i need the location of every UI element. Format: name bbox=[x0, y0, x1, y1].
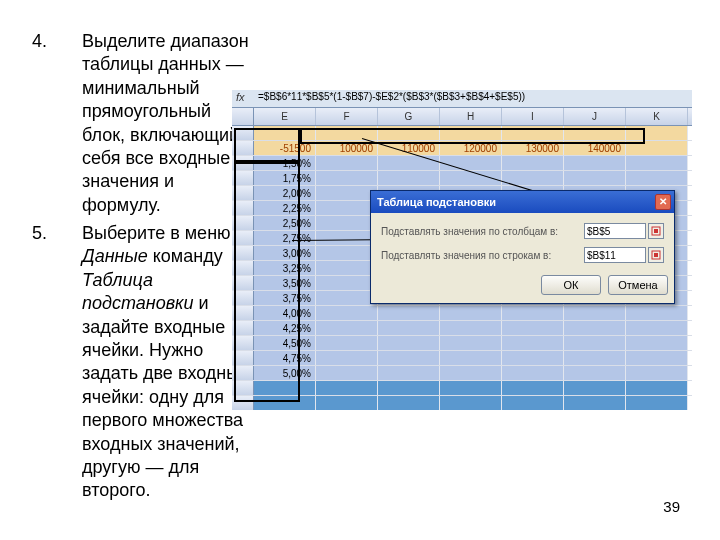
table-row: -51500100000110000120000130000140000 bbox=[232, 141, 692, 156]
cell: 110000 bbox=[378, 141, 440, 155]
close-icon[interactable]: ✕ bbox=[655, 194, 671, 210]
column-headers: EFGHIJK bbox=[232, 108, 692, 126]
row-header bbox=[232, 156, 254, 170]
cell bbox=[378, 366, 440, 380]
cell bbox=[316, 201, 378, 215]
col-header: F bbox=[316, 108, 378, 125]
cell bbox=[316, 306, 378, 320]
cell bbox=[502, 171, 564, 185]
cell bbox=[626, 141, 688, 155]
cell bbox=[440, 321, 502, 335]
cell bbox=[502, 156, 564, 170]
cell bbox=[440, 171, 502, 185]
table-row: 4,75% bbox=[232, 351, 692, 366]
row-header bbox=[232, 231, 254, 245]
row-header bbox=[232, 261, 254, 275]
cell bbox=[440, 336, 502, 350]
cell bbox=[564, 156, 626, 170]
row-header bbox=[232, 216, 254, 230]
dialog-row-input-label: Подставлять значения по строкам в: bbox=[381, 250, 584, 261]
cell bbox=[316, 366, 378, 380]
cell: 4,75% bbox=[254, 351, 316, 365]
table-row: 1,50% bbox=[232, 156, 692, 171]
cell bbox=[316, 231, 378, 245]
cell bbox=[564, 396, 626, 410]
dialog-titlebar[interactable]: Таблица подстановки ✕ bbox=[371, 191, 674, 213]
cell bbox=[626, 321, 688, 335]
cell bbox=[378, 171, 440, 185]
cell: 4,25% bbox=[254, 321, 316, 335]
cell bbox=[626, 306, 688, 320]
cell: 2,00% bbox=[254, 186, 316, 200]
range-picker-icon[interactable] bbox=[648, 247, 664, 263]
cell bbox=[564, 126, 626, 140]
cell bbox=[378, 396, 440, 410]
row-header bbox=[232, 351, 254, 365]
cell bbox=[502, 351, 564, 365]
cell: 3,50% bbox=[254, 276, 316, 290]
cell bbox=[316, 396, 378, 410]
row-header bbox=[232, 171, 254, 185]
table-row: 5,00% bbox=[232, 366, 692, 381]
cell bbox=[440, 156, 502, 170]
table-row bbox=[232, 396, 692, 410]
cell bbox=[502, 126, 564, 140]
cell bbox=[316, 156, 378, 170]
cell bbox=[316, 126, 378, 140]
row-header bbox=[232, 291, 254, 305]
list-text-4: Выделите диапазон таблицы данных — миним… bbox=[82, 30, 257, 217]
data-table-dialog: Таблица подстановки ✕ Подставлять значен… bbox=[370, 190, 675, 304]
row-header bbox=[232, 201, 254, 215]
cell bbox=[564, 171, 626, 185]
dialog-col-input-label: Подставлять значения по столбцам в: bbox=[381, 226, 584, 237]
table-row: 4,25% bbox=[232, 321, 692, 336]
col-header: H bbox=[440, 108, 502, 125]
cancel-button[interactable]: Отмена bbox=[608, 275, 668, 295]
dialog-row-input[interactable]: $B$11 bbox=[584, 247, 646, 263]
formula-text: =$B$6*11*$B$5*(1-$B$7)-$E$2*($B$3*($B$3+… bbox=[258, 91, 688, 102]
cell: 3,00% bbox=[254, 246, 316, 260]
row-header bbox=[232, 276, 254, 290]
page-number: 39 bbox=[663, 498, 680, 515]
cell: 1,50% bbox=[254, 156, 316, 170]
ok-button[interactable]: ОК bbox=[541, 275, 601, 295]
row-header bbox=[232, 366, 254, 380]
cell bbox=[316, 186, 378, 200]
cell bbox=[564, 366, 626, 380]
cell bbox=[626, 396, 688, 410]
cell: 3,25% bbox=[254, 261, 316, 275]
cell bbox=[626, 156, 688, 170]
col-header: K bbox=[626, 108, 688, 125]
cell bbox=[254, 126, 316, 140]
cell bbox=[440, 306, 502, 320]
cell: 140000 bbox=[564, 141, 626, 155]
cell bbox=[502, 366, 564, 380]
cell bbox=[440, 396, 502, 410]
cell bbox=[378, 306, 440, 320]
formula-bar: fx =$B$6*11*$B$5*(1-$B$7)-$E$2*($B$3*($B… bbox=[232, 90, 692, 108]
svg-rect-3 bbox=[654, 253, 658, 257]
row-header bbox=[232, 186, 254, 200]
col-header: J bbox=[564, 108, 626, 125]
cell bbox=[316, 261, 378, 275]
cell: 100000 bbox=[316, 141, 378, 155]
dialog-col-input[interactable]: $B$5 bbox=[584, 223, 646, 239]
row-header bbox=[232, 246, 254, 260]
cell bbox=[378, 321, 440, 335]
row-header bbox=[232, 336, 254, 350]
row-header bbox=[232, 306, 254, 320]
cell bbox=[316, 171, 378, 185]
range-picker-icon[interactable] bbox=[648, 223, 664, 239]
cell bbox=[440, 351, 502, 365]
cell bbox=[502, 306, 564, 320]
cell bbox=[502, 381, 564, 395]
cell bbox=[626, 336, 688, 350]
cell: 130000 bbox=[502, 141, 564, 155]
cell bbox=[564, 381, 626, 395]
cell: -51500 bbox=[254, 141, 316, 155]
cell: 5,00% bbox=[254, 366, 316, 380]
cell bbox=[502, 336, 564, 350]
cell: 2,25% bbox=[254, 201, 316, 215]
cell bbox=[316, 276, 378, 290]
cell bbox=[440, 366, 502, 380]
